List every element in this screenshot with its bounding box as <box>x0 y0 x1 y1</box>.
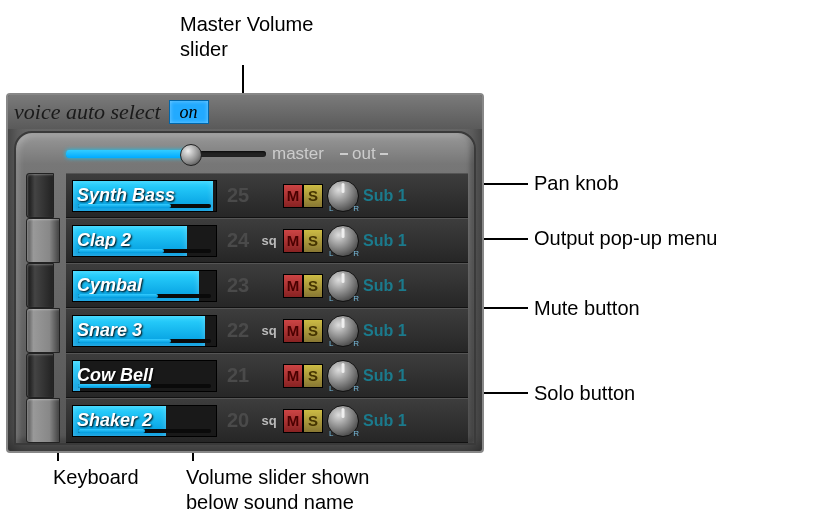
annotation-volume-slider: Volume slider shown below sound name <box>186 465 369 515</box>
key[interactable] <box>26 353 54 398</box>
solo-button[interactable]: S <box>303 319 323 343</box>
mute-button[interactable]: M <box>283 229 303 253</box>
output-popup[interactable]: Sub 1 <box>363 232 423 250</box>
track-row: Clap 224sqMSLRSub 1 <box>66 218 468 263</box>
keyboard-column <box>26 173 60 443</box>
track-number: 24 <box>221 229 255 252</box>
volume-slider[interactable] <box>78 204 211 208</box>
pan-knob[interactable]: LR <box>327 180 359 212</box>
output-popup[interactable]: Sub 1 <box>363 277 423 295</box>
sound-name-box[interactable]: Clap 2 <box>72 225 217 257</box>
pan-knob[interactable]: LR <box>327 360 359 392</box>
output-popup[interactable]: Sub 1 <box>363 187 423 205</box>
volume-slider[interactable] <box>78 339 211 343</box>
sound-name: Snare 3 <box>77 320 142 341</box>
annotation-pan-knob: Pan knob <box>534 171 619 196</box>
solo-button[interactable]: S <box>303 229 323 253</box>
voice-auto-select-toggle[interactable]: on <box>169 100 209 124</box>
output-popup[interactable]: Sub 1 <box>363 322 423 340</box>
output-popup[interactable]: Sub 1 <box>363 367 423 385</box>
master-label: master <box>272 144 324 164</box>
sound-name-box[interactable]: Cymbal <box>72 270 217 302</box>
sound-name-box[interactable]: Synth Bass <box>72 180 217 212</box>
solo-button[interactable]: S <box>303 184 323 208</box>
sound-name-box[interactable]: Shaker 2 <box>72 405 217 437</box>
track-number: 21 <box>221 364 255 387</box>
track-number: 20 <box>221 409 255 432</box>
volume-slider[interactable] <box>78 294 211 298</box>
pan-knob[interactable]: LR <box>327 270 359 302</box>
sq-indicator: sq <box>259 323 279 338</box>
annotation-keyboard: Keyboard <box>53 465 139 490</box>
annotation-master-volume: Master Volume slider <box>180 12 313 62</box>
key[interactable] <box>26 218 60 263</box>
volume-slider[interactable] <box>78 249 211 253</box>
annotation-solo-button: Solo button <box>534 381 635 406</box>
volume-slider[interactable] <box>78 429 211 433</box>
panel-inner: master out Synth Bass25MSLRSub 1Clap 224… <box>14 131 476 445</box>
mute-button[interactable]: M <box>283 409 303 433</box>
track-number: 23 <box>221 274 255 297</box>
mute-button[interactable]: M <box>283 184 303 208</box>
sq-indicator: sq <box>259 233 279 248</box>
sound-name: Synth Bass <box>77 185 175 206</box>
track-row: Shaker 220sqMSLRSub 1 <box>66 398 468 443</box>
key[interactable] <box>26 173 54 218</box>
track-number: 25 <box>221 184 255 207</box>
mute-button[interactable]: M <box>283 364 303 388</box>
solo-button[interactable]: S <box>303 364 323 388</box>
mute-button[interactable]: M <box>283 319 303 343</box>
volume-slider[interactable] <box>78 384 211 388</box>
sound-name: Cow Bell <box>77 365 153 386</box>
sound-name-box[interactable]: Snare 3 <box>72 315 217 347</box>
key[interactable] <box>26 263 54 308</box>
pan-knob[interactable]: LR <box>327 405 359 437</box>
key[interactable] <box>26 398 60 443</box>
master-volume-slider[interactable] <box>66 146 266 162</box>
track-row: Cymbal23MSLRSub 1 <box>66 263 468 308</box>
sound-name-box[interactable]: Cow Bell <box>72 360 217 392</box>
track-row: Synth Bass25MSLRSub 1 <box>66 173 468 218</box>
master-row: master out <box>16 133 474 171</box>
solo-button[interactable]: S <box>303 274 323 298</box>
annotation-mute-button: Mute button <box>534 296 640 321</box>
voice-auto-select-label: voice auto select <box>14 99 161 125</box>
out-label: out <box>340 144 388 164</box>
sound-name: Clap 2 <box>77 230 131 251</box>
voice-auto-select-strip: voice auto select on <box>8 95 482 129</box>
pan-knob[interactable]: LR <box>327 225 359 257</box>
solo-button[interactable]: S <box>303 409 323 433</box>
mute-button[interactable]: M <box>283 274 303 298</box>
mixer-panel: voice auto select on master out Synth Ba… <box>6 93 484 453</box>
pan-knob[interactable]: LR <box>327 315 359 347</box>
track-number: 22 <box>221 319 255 342</box>
output-popup[interactable]: Sub 1 <box>363 412 423 430</box>
track-row: Snare 322sqMSLRSub 1 <box>66 308 468 353</box>
key[interactable] <box>26 308 60 353</box>
sq-indicator: sq <box>259 413 279 428</box>
sound-name: Cymbal <box>77 275 142 296</box>
track-row: Cow Bell21MSLRSub 1 <box>66 353 468 398</box>
annotation-output-popup: Output pop-up menu <box>534 226 717 251</box>
sound-name: Shaker 2 <box>77 410 152 431</box>
